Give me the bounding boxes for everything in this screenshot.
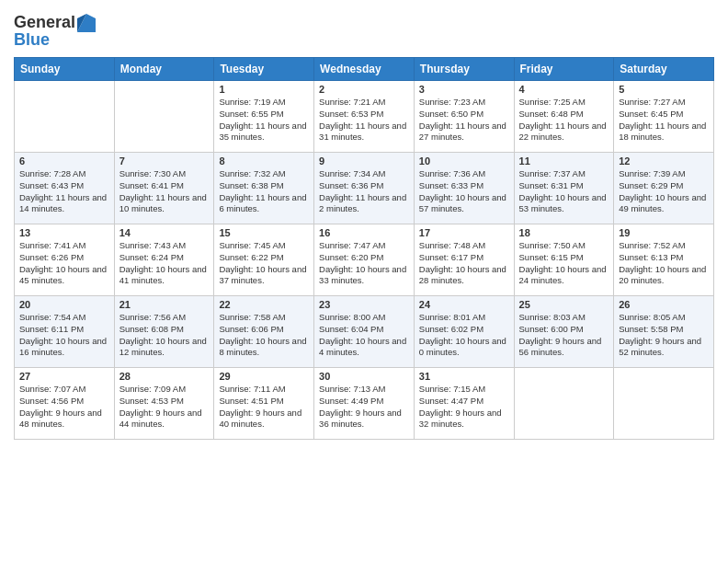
day-number: 6 bbox=[19, 155, 109, 167]
calendar-cell: 27Sunrise: 7:07 AMSunset: 4:56 PMDayligh… bbox=[15, 368, 115, 440]
calendar-row-1: 6Sunrise: 7:28 AMSunset: 6:43 PMDaylight… bbox=[15, 153, 714, 224]
day-number: 12 bbox=[619, 155, 709, 167]
day-number: 13 bbox=[19, 227, 109, 238]
cell-content: Sunrise: 7:23 AMSunset: 6:50 PMDaylight:… bbox=[419, 97, 509, 144]
cell-content: Sunrise: 8:01 AMSunset: 6:02 PMDaylight:… bbox=[419, 312, 509, 359]
cell-content: Sunrise: 8:00 AMSunset: 6:04 PMDaylight:… bbox=[319, 312, 409, 359]
cell-content: Sunrise: 7:56 AMSunset: 6:08 PMDaylight:… bbox=[119, 312, 210, 359]
calendar-cell: 12Sunrise: 7:39 AMSunset: 6:29 PMDayligh… bbox=[614, 153, 714, 224]
day-number: 3 bbox=[419, 84, 509, 95]
cell-content: Sunrise: 7:25 AMSunset: 6:48 PMDaylight:… bbox=[519, 97, 609, 144]
calendar-row-2: 13Sunrise: 7:41 AMSunset: 6:26 PMDayligh… bbox=[15, 224, 714, 296]
day-number: 22 bbox=[219, 299, 309, 310]
calendar-cell: 29Sunrise: 7:11 AMSunset: 4:51 PMDayligh… bbox=[214, 368, 314, 440]
calendar-cell: 6Sunrise: 7:28 AMSunset: 6:43 PMDaylight… bbox=[15, 153, 115, 224]
cell-content: Sunrise: 7:36 AMSunset: 6:33 PMDaylight:… bbox=[419, 168, 509, 215]
logo-blue: Blue bbox=[14, 30, 96, 50]
day-number: 15 bbox=[219, 227, 309, 238]
calendar-cell: 17Sunrise: 7:48 AMSunset: 6:17 PMDayligh… bbox=[414, 224, 514, 296]
weekday-header-wednesday: Wednesday bbox=[314, 58, 415, 81]
day-number: 5 bbox=[619, 84, 709, 95]
calendar-cell: 2Sunrise: 7:21 AMSunset: 6:53 PMDaylight… bbox=[314, 81, 415, 153]
calendar-cell: 19Sunrise: 7:52 AMSunset: 6:13 PMDayligh… bbox=[614, 224, 714, 296]
day-number: 17 bbox=[419, 227, 509, 238]
day-number: 20 bbox=[19, 299, 109, 310]
cell-content: Sunrise: 7:39 AMSunset: 6:29 PMDaylight:… bbox=[619, 168, 709, 215]
cell-content: Sunrise: 7:07 AMSunset: 4:56 PMDaylight:… bbox=[19, 384, 109, 431]
calendar-cell: 21Sunrise: 7:56 AMSunset: 6:08 PMDayligh… bbox=[114, 296, 214, 368]
calendar-cell: 1Sunrise: 7:19 AMSunset: 6:55 PMDaylight… bbox=[214, 81, 314, 153]
day-number: 9 bbox=[319, 155, 409, 167]
day-number: 21 bbox=[119, 299, 210, 310]
page-header: General Blue bbox=[14, 9, 714, 50]
cell-content: Sunrise: 7:30 AMSunset: 6:41 PMDaylight:… bbox=[119, 168, 210, 215]
cell-content: Sunrise: 7:47 AMSunset: 6:20 PMDaylight:… bbox=[319, 240, 409, 287]
day-number: 27 bbox=[19, 371, 109, 382]
cell-content: Sunrise: 7:21 AMSunset: 6:53 PMDaylight:… bbox=[319, 97, 409, 144]
calendar-cell: 31Sunrise: 7:15 AMSunset: 4:47 PMDayligh… bbox=[414, 368, 514, 440]
calendar-cell: 30Sunrise: 7:13 AMSunset: 4:49 PMDayligh… bbox=[314, 368, 415, 440]
calendar-cell: 26Sunrise: 8:05 AMSunset: 5:58 PMDayligh… bbox=[614, 296, 714, 368]
cell-content: Sunrise: 8:05 AMSunset: 5:58 PMDaylight:… bbox=[619, 312, 709, 359]
day-number: 18 bbox=[519, 227, 609, 238]
calendar-row-0: 1Sunrise: 7:19 AMSunset: 6:55 PMDaylight… bbox=[15, 81, 714, 153]
cell-content: Sunrise: 7:52 AMSunset: 6:13 PMDaylight:… bbox=[619, 240, 709, 287]
day-number: 11 bbox=[519, 155, 609, 167]
calendar-cell bbox=[114, 81, 214, 153]
day-number: 23 bbox=[319, 299, 409, 310]
calendar-cell bbox=[15, 81, 115, 153]
cell-content: Sunrise: 7:37 AMSunset: 6:31 PMDaylight:… bbox=[519, 168, 609, 215]
cell-content: Sunrise: 7:27 AMSunset: 6:45 PMDaylight:… bbox=[619, 97, 709, 144]
calendar-table: SundayMondayTuesdayWednesdayThursdayFrid… bbox=[14, 57, 714, 440]
weekday-header-monday: Monday bbox=[114, 58, 214, 81]
weekday-header-thursday: Thursday bbox=[414, 58, 514, 81]
weekday-header-tuesday: Tuesday bbox=[214, 58, 314, 81]
weekday-header-sunday: Sunday bbox=[15, 58, 115, 81]
logo-icon bbox=[77, 14, 96, 32]
cell-content: Sunrise: 7:13 AMSunset: 4:49 PMDaylight:… bbox=[319, 384, 409, 431]
cell-content: Sunrise: 7:15 AMSunset: 4:47 PMDaylight:… bbox=[419, 384, 509, 431]
calendar-cell: 3Sunrise: 7:23 AMSunset: 6:50 PMDaylight… bbox=[414, 81, 514, 153]
calendar-cell: 15Sunrise: 7:45 AMSunset: 6:22 PMDayligh… bbox=[214, 224, 314, 296]
day-number: 14 bbox=[119, 227, 210, 238]
calendar-cell: 14Sunrise: 7:43 AMSunset: 6:24 PMDayligh… bbox=[114, 224, 214, 296]
day-number: 19 bbox=[619, 227, 709, 238]
calendar-cell bbox=[614, 368, 714, 440]
cell-content: Sunrise: 7:43 AMSunset: 6:24 PMDaylight:… bbox=[119, 240, 210, 287]
day-number: 10 bbox=[419, 155, 509, 167]
cell-content: Sunrise: 7:45 AMSunset: 6:22 PMDaylight:… bbox=[219, 240, 309, 287]
weekday-header-friday: Friday bbox=[514, 58, 614, 81]
day-number: 2 bbox=[319, 84, 409, 95]
day-number: 7 bbox=[119, 155, 210, 167]
calendar-cell: 11Sunrise: 7:37 AMSunset: 6:31 PMDayligh… bbox=[514, 153, 614, 224]
calendar-cell: 20Sunrise: 7:54 AMSunset: 6:11 PMDayligh… bbox=[15, 296, 115, 368]
day-number: 1 bbox=[219, 84, 309, 95]
calendar-cell: 8Sunrise: 7:32 AMSunset: 6:38 PMDaylight… bbox=[214, 153, 314, 224]
calendar-cell: 16Sunrise: 7:47 AMSunset: 6:20 PMDayligh… bbox=[314, 224, 415, 296]
day-number: 24 bbox=[419, 299, 509, 310]
calendar-cell: 22Sunrise: 7:58 AMSunset: 6:06 PMDayligh… bbox=[214, 296, 314, 368]
calendar-cell: 24Sunrise: 8:01 AMSunset: 6:02 PMDayligh… bbox=[414, 296, 514, 368]
day-number: 28 bbox=[119, 371, 210, 382]
cell-content: Sunrise: 7:54 AMSunset: 6:11 PMDaylight:… bbox=[19, 312, 109, 359]
cell-content: Sunrise: 7:34 AMSunset: 6:36 PMDaylight:… bbox=[319, 168, 409, 215]
calendar-cell: 4Sunrise: 7:25 AMSunset: 6:48 PMDaylight… bbox=[514, 81, 614, 153]
calendar-cell: 25Sunrise: 8:03 AMSunset: 6:00 PMDayligh… bbox=[514, 296, 614, 368]
day-number: 8 bbox=[219, 155, 309, 167]
weekday-header-saturday: Saturday bbox=[614, 58, 714, 81]
calendar-cell bbox=[514, 368, 614, 440]
cell-content: Sunrise: 7:09 AMSunset: 4:53 PMDaylight:… bbox=[119, 384, 210, 431]
cell-content: Sunrise: 8:03 AMSunset: 6:00 PMDaylight:… bbox=[519, 312, 609, 359]
day-number: 30 bbox=[319, 371, 409, 382]
day-number: 25 bbox=[519, 299, 609, 310]
calendar-row-3: 20Sunrise: 7:54 AMSunset: 6:11 PMDayligh… bbox=[15, 296, 714, 368]
cell-content: Sunrise: 7:28 AMSunset: 6:43 PMDaylight:… bbox=[19, 168, 109, 215]
day-number: 29 bbox=[219, 371, 309, 382]
calendar-cell: 9Sunrise: 7:34 AMSunset: 6:36 PMDaylight… bbox=[314, 153, 415, 224]
calendar-cell: 5Sunrise: 7:27 AMSunset: 6:45 PMDaylight… bbox=[614, 81, 714, 153]
day-number: 31 bbox=[419, 371, 509, 382]
calendar-cell: 18Sunrise: 7:50 AMSunset: 6:15 PMDayligh… bbox=[514, 224, 614, 296]
day-number: 16 bbox=[319, 227, 409, 238]
cell-content: Sunrise: 7:19 AMSunset: 6:55 PMDaylight:… bbox=[219, 97, 309, 144]
cell-content: Sunrise: 7:50 AMSunset: 6:15 PMDaylight:… bbox=[519, 240, 609, 287]
